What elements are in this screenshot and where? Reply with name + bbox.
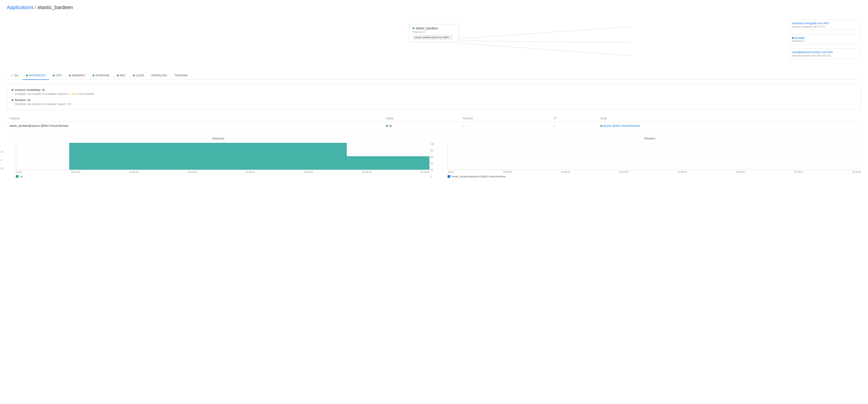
restarts-chart-svg xyxy=(448,143,861,170)
x-label-023500: 02:35:00 xyxy=(246,171,255,173)
tab-logs-label: LOGS xyxy=(136,74,144,77)
tab-profiling-label: PROFILING xyxy=(151,74,167,77)
tab-sli-label: SLI xyxy=(14,74,19,77)
node-status-dot xyxy=(600,125,602,127)
ry-label-60: 60 xyxy=(431,156,434,158)
x-label-023530: 02:35:30 xyxy=(421,171,430,173)
table-row: elastic_bardeen@ubuntu-QEMU-Virtual-Mach… xyxy=(7,122,861,130)
sli-radio-icon xyxy=(10,74,13,77)
x-label-023430: 02:34:30 xyxy=(71,171,80,173)
tab-memory-label: MEMORY xyxy=(72,74,85,77)
svg-line-0 xyxy=(460,27,630,39)
instance-name-cell: elastic_bardeen@ubuntu-QEMU-Virtual-Mach… xyxy=(7,122,383,130)
rx-label-023430: 02:34:30 xyxy=(503,171,512,173)
logs-dot-icon xyxy=(133,74,135,76)
availability-status-row: Instance availability: ok Condition: the… xyxy=(11,88,857,96)
restarts-chart-legend: elastic_bardeen@ubuntu-QEMU-Virtual-Mach… xyxy=(447,175,861,178)
right-node-ferretdb: ferretdb instances:1 xyxy=(789,34,861,44)
availability-title: Instance availability: ok xyxy=(11,88,857,92)
svg-line-1 xyxy=(460,41,630,42)
status-section: Instance availability: ok Condition: the… xyxy=(7,84,861,110)
instances-x-labels: Jul 03 02:34:30 02:34:40 02:34:50 02:35:… xyxy=(16,171,430,173)
y-label-075: 0.75 xyxy=(0,151,3,154)
main-topology-node: elastic_bardeen instances:1 elastic_bard… xyxy=(409,24,459,42)
instances-chart-legend: up xyxy=(16,175,430,178)
tab-sli[interactable]: SLI xyxy=(7,71,22,80)
main-node-instance-tag[interactable]: elastic_bardeen@ubuntu-QEM... xyxy=(412,35,453,39)
instances-chart-area xyxy=(16,143,430,170)
right-node-raw-github: raw.githubusercontent.com:443 external e… xyxy=(789,48,861,59)
node-link[interactable]: ubuntu-QEMU-Virtual-Machine xyxy=(603,124,640,128)
rx-label-023450: 02:34:50 xyxy=(619,171,628,173)
right-topology-nodes: compass.mongodb.com:443 external endpoin… xyxy=(789,20,861,59)
availability-condition-suffix: of the desired xyxy=(77,92,94,96)
right-node-ferretdb-title-row: ferretdb xyxy=(792,36,858,39)
instances-chart: Instances 1 0.75 0.5 0.25 0 xyxy=(7,137,430,178)
rx-label-023500: 02:35:00 xyxy=(678,171,687,173)
tab-cpu[interactable]: CPU xyxy=(49,71,65,80)
main-node-instances: instances:1 xyxy=(412,31,456,33)
ry-label-0: 0 xyxy=(431,175,434,178)
x-label-023450: 02:34:50 xyxy=(188,171,196,173)
right-node-compass-title[interactable]: compass.mongodb.com:443 xyxy=(792,22,858,25)
breadcrumb-separator: / xyxy=(35,4,36,10)
restarts-status-row: Restarts: ok Condition: the number of co… xyxy=(11,98,857,106)
charts-row: Instances 1 0.75 0.5 0.25 0 xyxy=(7,137,861,178)
rx-label-jul03: Jul 03 xyxy=(447,171,454,173)
status-ok-dot xyxy=(386,125,388,127)
availability-highlight: 75% xyxy=(71,92,77,96)
col-instance: Instance xyxy=(7,115,383,122)
restarts-x-labels: Jul 03 02:34:30 02:34:40 02:34:50 02:35:… xyxy=(447,171,861,173)
instances-table: Instance Status Restarts IP Node elastic… xyxy=(7,115,861,130)
tab-storage-label: STORAGE xyxy=(95,74,110,77)
tab-memory[interactable]: MEMORY xyxy=(65,71,89,80)
restarts-chart-title: Restarts xyxy=(438,137,861,140)
main-node-name: elastic_bardeen xyxy=(416,27,438,30)
availability-condition-text: Condition: the number of available insta… xyxy=(15,92,71,96)
ry-label-100: 100 xyxy=(431,143,434,145)
svg-marker-7 xyxy=(16,143,430,170)
restarts-highlight: 0 xyxy=(69,103,71,106)
tab-storage[interactable]: STORAGE xyxy=(89,71,113,80)
restarts-y-labels: 100 80 60 40 20 0 xyxy=(431,143,434,178)
restarts-chart-area xyxy=(447,143,861,170)
right-node-raw-github-title[interactable]: raw.githubusercontent.com:443 xyxy=(792,50,858,54)
y-label-05: 0.5 xyxy=(0,159,3,162)
tab-instances[interactable]: INSTANCES xyxy=(22,71,49,80)
status-ok-text: ok xyxy=(389,124,392,128)
tab-tracing[interactable]: TRACING xyxy=(171,71,191,80)
topology-diagram: elastic_bardeen instances:1 elastic_bard… xyxy=(7,17,861,67)
main-node-title: elastic_bardeen xyxy=(412,27,456,30)
instances-dot-icon xyxy=(26,74,28,76)
right-node-ferretdb-name[interactable]: ferretdb xyxy=(795,36,805,39)
breadcrumb-applications-link[interactable]: Applications xyxy=(7,4,34,10)
y-label-025: 0.25 xyxy=(0,167,3,170)
col-ip: IP xyxy=(551,115,598,122)
tab-tracing-label: TRACING xyxy=(174,74,188,77)
cpu-dot-icon xyxy=(53,74,55,76)
right-node-ferretdb-instances: instances:1 xyxy=(792,39,858,42)
breadcrumb-current: elastic_bardeen xyxy=(38,4,73,10)
restarts-condition-text: Condition: the number of container resta… xyxy=(15,103,69,106)
availability-condition: Condition: the number of available insta… xyxy=(11,92,857,96)
legend-label-restarts: elastic_bardeen@ubuntu-QEMU-Virtual-Mach… xyxy=(452,175,506,178)
right-node-compass: compass.mongodb.com:443 external endpoin… xyxy=(789,20,861,30)
legend-color-restarts xyxy=(447,175,450,178)
x-label-023440: 02:34:40 xyxy=(130,171,138,173)
tab-net[interactable]: NET xyxy=(113,71,129,80)
instance-status-cell: ok xyxy=(383,122,460,130)
restarts-dot-icon xyxy=(11,99,13,101)
instance-node-cell: ubuntu-QEMU-Virtual-Machine xyxy=(598,122,861,130)
instances-y-labels: 1 0.75 0.5 0.25 0 xyxy=(0,143,3,178)
tab-net-label: NET xyxy=(120,74,126,77)
availability-title-text: Instance availability: ok xyxy=(15,88,45,92)
ferretdb-status-dot xyxy=(792,37,794,39)
rx-label-023510: 02:35:10 xyxy=(736,171,745,173)
y-label-1: 1 xyxy=(0,143,3,145)
tab-profiling[interactable]: PROFILING xyxy=(148,71,171,80)
rx-label-023440: 02:34:40 xyxy=(561,171,570,173)
col-node: Node xyxy=(598,115,861,122)
tab-logs[interactable]: LOGS xyxy=(129,71,148,80)
breadcrumb: Applications / elastic_bardeen xyxy=(7,4,861,10)
restarts-chart: Restarts 100 80 60 40 20 0 xyxy=(438,137,861,178)
